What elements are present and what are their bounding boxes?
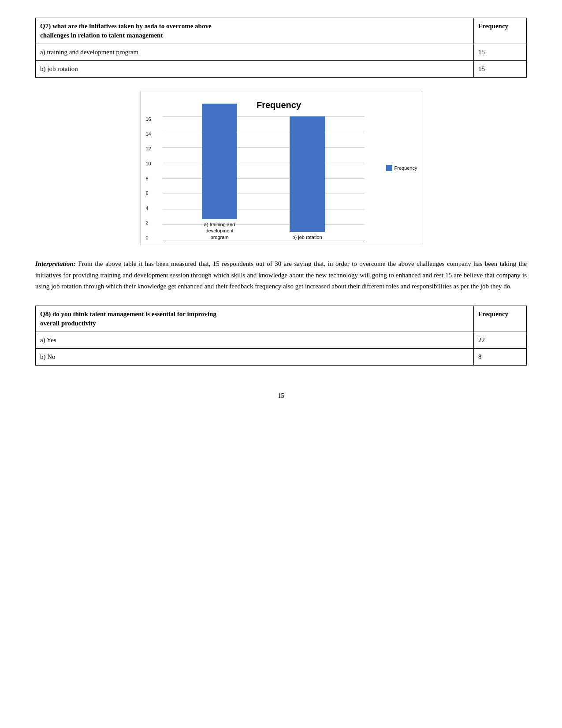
interpretation-label: Interpretation: <box>35 260 76 267</box>
q8-sub: overall productivity <box>40 320 96 327</box>
q8-row2-label: b) No <box>36 348 474 365</box>
legend-label: Frequency <box>395 165 417 171</box>
table-q7: Q7) what are the initiatives taken by as… <box>35 18 527 78</box>
page-number: 15 <box>35 392 527 399</box>
table-row: a) training and development program 15 <box>36 44 527 61</box>
q7-row1-label: a) training and development program <box>36 44 474 61</box>
q7-question: Q7) what are the initiatives taken by as… <box>40 22 212 30</box>
q7-header-cell: Q7) what are the initiatives taken by as… <box>36 18 474 44</box>
interpretation-text: From the above table it has been measure… <box>35 260 527 290</box>
x-axis-line <box>163 240 365 240</box>
bar-label-1: a) training and developmentprogram <box>195 221 244 240</box>
chart-title: Frequency <box>145 100 413 110</box>
table-row: a) Yes 22 <box>36 332 527 348</box>
q8-header-cell: Q8) do you think talent management is es… <box>36 306 474 332</box>
q8-freq-header: Frequency <box>474 306 527 332</box>
bars-wrapper: a) training and developmentprogram b) jo… <box>163 117 365 240</box>
bar-label-2: b) job rotation <box>292 234 322 240</box>
bar-2 <box>290 116 325 232</box>
frequency-chart: Frequency 0 2 4 6 8 10 12 14 16 <box>140 91 422 245</box>
bar-1 <box>202 104 237 219</box>
q7-freq-header: Frequency <box>474 18 527 44</box>
bar-group-2: b) job rotation <box>283 116 331 240</box>
interpretation-paragraph: Interpretation: From the above table it … <box>35 258 527 292</box>
chart-inner: a) training and developmentprogram b) jo… <box>163 117 365 240</box>
q7-row2-label: b) job rotation <box>36 61 474 78</box>
chart-legend: Frequency <box>386 165 417 171</box>
q7-sub: challenges in relation to talent managem… <box>40 32 163 39</box>
q8-row2-value: 8 <box>474 348 527 365</box>
q8-row1-value: 22 <box>474 332 527 348</box>
q7-row2-value: 15 <box>474 61 527 78</box>
q8-row1-label: a) Yes <box>36 332 474 348</box>
legend-color-box <box>386 165 392 171</box>
table-row: b) No 8 <box>36 348 527 365</box>
table-row: b) job rotation 15 <box>36 61 527 78</box>
q7-row1-value: 15 <box>474 44 527 61</box>
table-q8: Q8) do you think talent management is es… <box>35 306 527 366</box>
q8-question: Q8) do you think talent management is es… <box>40 310 216 317</box>
bar-group-1: a) training and developmentprogram <box>195 104 244 240</box>
y-axis: 0 2 4 6 8 10 12 14 16 <box>146 117 151 240</box>
